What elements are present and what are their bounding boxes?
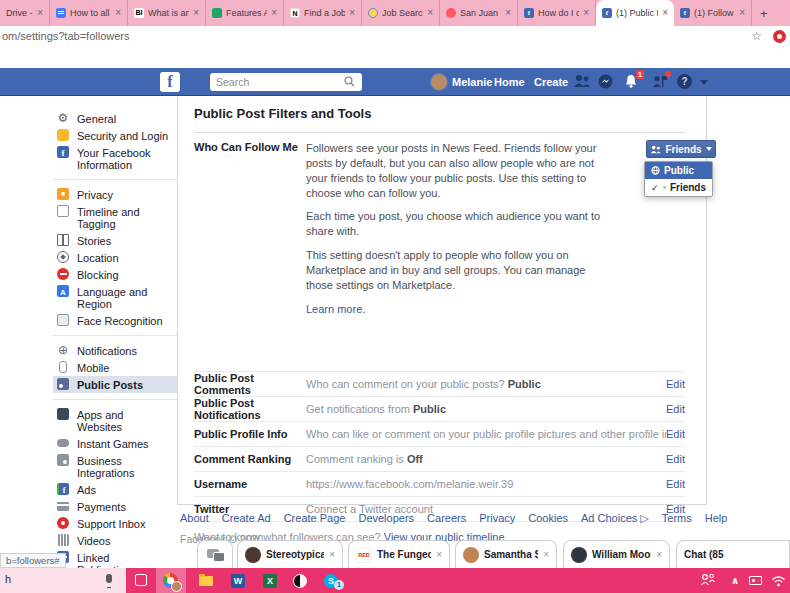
profile-name-link[interactable]: Melanie (452, 68, 492, 96)
edit-link[interactable]: Edit (666, 403, 685, 415)
footer-link-terms[interactable]: Terms (662, 512, 692, 525)
close-icon[interactable]: × (739, 8, 745, 18)
close-icon[interactable]: × (329, 549, 335, 560)
chat-tab[interactable]: Stereotypical 9... × (237, 540, 343, 568)
chat-tab[interactable]: William Moore × (563, 540, 670, 568)
sidebar-item-notifications[interactable]: Notifications (53, 342, 177, 359)
footer-link-ad-choices[interactable]: Ad Choices ▷ (581, 512, 649, 525)
browser-tab[interactable]: What is an × (128, 0, 206, 26)
sidebar-item-public-posts[interactable]: Public Posts (53, 376, 177, 393)
footer-link-about[interactable]: About (180, 512, 209, 525)
edit-link[interactable]: Edit (666, 453, 685, 465)
chat-tab[interactable]: Samantha Stev... × (455, 540, 557, 568)
browser-tab[interactable]: Drive - × (0, 0, 50, 26)
sidebar-item-location[interactable]: Location (53, 249, 177, 266)
close-icon[interactable]: × (543, 549, 549, 560)
sidebar-item-timeline-tagging[interactable]: Timeline and Tagging (53, 203, 177, 232)
sidebar-item-apps-websites[interactable]: Apps and Websites (53, 406, 177, 435)
close-icon[interactable]: × (193, 8, 199, 18)
close-icon[interactable]: × (436, 549, 442, 560)
sidebar-item-payments[interactable]: Payments (53, 498, 177, 515)
microphone-icon[interactable] (106, 574, 112, 583)
word-icon[interactable]: W (231, 574, 245, 588)
account-caret-icon[interactable] (700, 80, 708, 85)
browser-tab[interactable]: San Juan - × (440, 0, 518, 26)
help-icon[interactable]: ? (677, 74, 692, 89)
avatar[interactable] (430, 68, 448, 96)
sidebar-item-security[interactable]: Security and Login (53, 127, 177, 144)
sidebar-item-your-facebook-information[interactable]: Your Facebook Information (53, 144, 177, 173)
browser-tab[interactable]: (1) Follow × (674, 0, 752, 26)
bookmark-star-icon[interactable]: ☆ (751, 29, 762, 43)
close-icon[interactable]: × (427, 8, 433, 18)
home-link[interactable]: Home (494, 68, 525, 96)
chat-bubbles-button[interactable] (197, 540, 233, 568)
sidebar-item-face-recognition[interactable]: Face Recognition (53, 312, 177, 329)
footer-link-developers[interactable]: Developers (358, 512, 414, 525)
footer-link-create-ad[interactable]: Create Ad (222, 512, 271, 525)
footer-link-privacy[interactable]: Privacy (479, 512, 515, 525)
sidebar-item-language[interactable]: Language and Region (53, 283, 177, 312)
browser-tab[interactable]: Job Search × (362, 0, 440, 26)
chrome-icon[interactable] (163, 573, 178, 588)
friend-requests-icon[interactable] (573, 74, 591, 89)
footer-link-careers[interactable]: Careers (427, 512, 466, 525)
close-icon[interactable]: × (37, 8, 43, 18)
create-link[interactable]: Create (534, 68, 568, 96)
task-view-icon[interactable] (135, 574, 147, 586)
sidebar-item-blocking[interactable]: Blocking (53, 266, 177, 283)
facebook-logo[interactable]: f (160, 72, 180, 92)
browser-tab[interactable]: Find a Job × (284, 0, 362, 26)
people-icon[interactable] (700, 573, 716, 587)
life-ring-icon (57, 517, 69, 529)
display-cast-icon[interactable] (749, 576, 762, 585)
sidebar-item-videos[interactable]: Videos (53, 532, 177, 549)
close-icon[interactable]: × (349, 8, 355, 18)
sidebar-item-support-inbox[interactable]: Support Inbox (53, 515, 177, 532)
learn-more-link[interactable]: Learn more. (306, 303, 365, 315)
sidebar-item-ads[interactable]: Ads (53, 481, 177, 498)
close-icon[interactable]: × (583, 8, 589, 18)
file-explorer-icon[interactable] (199, 576, 213, 586)
search-input[interactable] (210, 73, 362, 91)
chat-tab[interactable]: Chat (85 (676, 540, 790, 568)
close-icon[interactable]: × (115, 8, 121, 18)
browser-tab-active[interactable]: (1) Public F × (596, 0, 674, 26)
excel-icon[interactable]: X (263, 574, 277, 588)
browser-tab[interactable]: How to all × (50, 0, 128, 26)
audience-dropdown-button[interactable]: Friends (646, 140, 716, 158)
menu-option-public[interactable]: Public (645, 162, 712, 179)
close-icon[interactable]: × (656, 549, 662, 560)
browser-profile-icon[interactable] (773, 30, 786, 43)
edit-link[interactable]: Edit (666, 428, 685, 440)
avatar: RED (356, 547, 372, 563)
browser-tab[interactable]: Features A × (206, 0, 284, 26)
messenger-icon[interactable] (598, 74, 613, 89)
airbnb-icon (446, 8, 456, 18)
sidebar-item-instant-games[interactable]: Instant Games (53, 435, 177, 452)
yin-yang-app-icon[interactable] (293, 574, 307, 588)
close-icon[interactable]: × (505, 8, 511, 18)
close-icon[interactable]: × (662, 8, 668, 18)
sidebar-item-general[interactable]: General (53, 110, 177, 127)
tray-expand-icon[interactable]: ∧ (731, 575, 739, 586)
person-flag-icon[interactable] (652, 74, 668, 93)
footer-link-create-page[interactable]: Create Page (284, 512, 346, 525)
sidebar-item-business-integrations[interactable]: Business Integrations (53, 452, 177, 481)
notifications-bell-icon[interactable]: 1 (624, 74, 638, 93)
browser-tab[interactable]: How do I c × (518, 0, 596, 26)
new-tab-button[interactable]: + (760, 6, 768, 21)
wifi-icon[interactable] (771, 575, 786, 587)
menu-option-friends[interactable]: ✓ Friends (645, 179, 712, 196)
sidebar-item-mobile[interactable]: Mobile (53, 359, 177, 376)
close-icon[interactable]: × (271, 8, 277, 18)
sidebar-item-privacy[interactable]: Privacy (53, 186, 177, 203)
edit-link[interactable]: Edit (666, 378, 685, 390)
footer-link-cookies[interactable]: Cookies (528, 512, 568, 525)
chat-tab[interactable]: RED The Fungeon D... × (348, 540, 450, 568)
facebook-icon (524, 8, 534, 18)
edit-link[interactable]: Edit (666, 478, 685, 490)
sidebar-item-stories[interactable]: Stories (53, 232, 177, 249)
footer-link-help[interactable]: Help (705, 512, 728, 525)
address-input[interactable]: om/settings?tab=followers (2, 30, 129, 42)
